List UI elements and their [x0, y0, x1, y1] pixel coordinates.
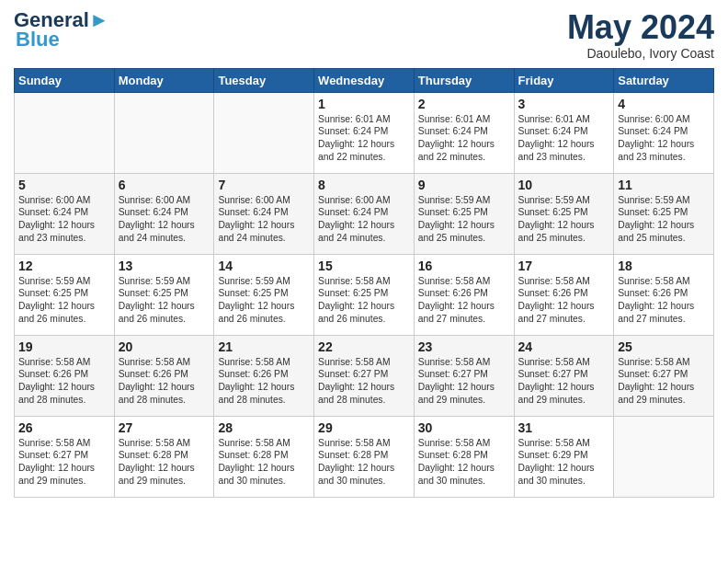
day-number: 24: [518, 339, 610, 354]
day-info: Sunrise: 6:00 AMSunset: 6:24 PMDaylight:…: [618, 113, 710, 165]
calendar-week-4: 19Sunrise: 5:58 AMSunset: 6:26 PMDayligh…: [15, 335, 714, 416]
calendar-cell: 22Sunrise: 5:58 AMSunset: 6:27 PMDayligh…: [314, 335, 415, 416]
logo-arrow-icon: ►: [89, 8, 109, 31]
calendar-cell: 24Sunrise: 5:58 AMSunset: 6:27 PMDayligh…: [514, 335, 614, 416]
day-number: 15: [318, 259, 410, 273]
header-row: Sunday Monday Tuesday Wednesday Thursday…: [15, 68, 714, 92]
page-container: General► Blue May 2024 Daoulebo, Ivory C…: [0, 0, 728, 507]
logo-blue: Blue: [16, 28, 60, 52]
calendar-body: 1Sunrise: 6:01 AMSunset: 6:24 PMDaylight…: [15, 92, 714, 497]
day-number: 20: [119, 339, 210, 354]
calendar-cell: 7Sunrise: 6:00 AMSunset: 6:24 PMDaylight…: [214, 173, 314, 254]
calendar-cell: 31Sunrise: 5:58 AMSunset: 6:29 PMDayligh…: [514, 416, 614, 497]
calendar-cell: 16Sunrise: 5:58 AMSunset: 6:26 PMDayligh…: [414, 254, 514, 335]
logo: General► Blue: [14, 9, 109, 52]
calendar-week-1: 1Sunrise: 6:01 AMSunset: 6:24 PMDaylight…: [15, 92, 714, 173]
day-number: 31: [518, 420, 610, 435]
col-wednesday: Wednesday: [314, 68, 415, 92]
day-info: Sunrise: 5:59 AMSunset: 6:25 PMDaylight:…: [119, 275, 210, 327]
day-info: Sunrise: 5:58 AMSunset: 6:27 PMDaylight:…: [518, 356, 610, 408]
calendar-table: Sunday Monday Tuesday Wednesday Thursday…: [14, 68, 714, 498]
day-info: Sunrise: 6:00 AMSunset: 6:24 PMDaylight:…: [119, 194, 210, 246]
calendar-week-3: 12Sunrise: 5:59 AMSunset: 6:25 PMDayligh…: [15, 254, 714, 335]
day-info: Sunrise: 5:59 AMSunset: 6:25 PMDaylight:…: [418, 194, 510, 246]
day-number: 30: [418, 420, 510, 435]
title-area: May 2024 Daoulebo, Ivory Coast: [567, 9, 714, 61]
calendar-cell: 19Sunrise: 5:58 AMSunset: 6:26 PMDayligh…: [15, 335, 115, 416]
day-number: 17: [518, 259, 610, 273]
calendar-cell: 12Sunrise: 5:59 AMSunset: 6:25 PMDayligh…: [15, 254, 115, 335]
day-info: Sunrise: 6:01 AMSunset: 6:24 PMDaylight:…: [418, 113, 510, 165]
day-number: 5: [18, 178, 110, 192]
day-info: Sunrise: 6:00 AMSunset: 6:24 PMDaylight:…: [218, 194, 310, 246]
day-number: 14: [218, 259, 310, 273]
day-number: 26: [18, 420, 110, 435]
day-info: Sunrise: 5:59 AMSunset: 6:25 PMDaylight:…: [18, 275, 110, 327]
day-info: Sunrise: 5:58 AMSunset: 6:28 PMDaylight:…: [119, 437, 210, 488]
col-saturday: Saturday: [614, 68, 714, 92]
calendar-cell: 11Sunrise: 5:59 AMSunset: 6:25 PMDayligh…: [614, 173, 714, 254]
day-number: 2: [418, 97, 510, 111]
day-info: Sunrise: 5:59 AMSunset: 6:25 PMDaylight:…: [618, 194, 710, 246]
day-info: Sunrise: 5:58 AMSunset: 6:27 PMDaylight:…: [18, 437, 110, 488]
day-number: 21: [218, 339, 310, 354]
col-tuesday: Tuesday: [214, 68, 314, 92]
calendar-header: Sunday Monday Tuesday Wednesday Thursday…: [15, 68, 714, 92]
calendar-cell: [15, 92, 115, 173]
day-number: 25: [618, 339, 710, 354]
calendar-cell: 14Sunrise: 5:59 AMSunset: 6:25 PMDayligh…: [214, 254, 314, 335]
calendar-cell: 8Sunrise: 6:00 AMSunset: 6:24 PMDaylight…: [314, 173, 415, 254]
day-number: 1: [318, 97, 410, 111]
day-info: Sunrise: 5:58 AMSunset: 6:28 PMDaylight:…: [218, 437, 310, 488]
page-header: General► Blue May 2024 Daoulebo, Ivory C…: [14, 9, 714, 61]
calendar-cell: 20Sunrise: 5:58 AMSunset: 6:26 PMDayligh…: [114, 335, 214, 416]
day-number: 18: [618, 259, 710, 273]
calendar-cell: 2Sunrise: 6:01 AMSunset: 6:24 PMDaylight…: [414, 92, 514, 173]
calendar-cell: 13Sunrise: 5:59 AMSunset: 6:25 PMDayligh…: [114, 254, 214, 335]
day-info: Sunrise: 5:58 AMSunset: 6:28 PMDaylight:…: [318, 437, 410, 488]
calendar-cell: 18Sunrise: 5:58 AMSunset: 6:26 PMDayligh…: [614, 254, 714, 335]
calendar-cell: 4Sunrise: 6:00 AMSunset: 6:24 PMDaylight…: [614, 92, 714, 173]
calendar-cell: 26Sunrise: 5:58 AMSunset: 6:27 PMDayligh…: [15, 416, 115, 497]
calendar-cell: 17Sunrise: 5:58 AMSunset: 6:26 PMDayligh…: [514, 254, 614, 335]
day-number: 19: [18, 339, 110, 354]
day-info: Sunrise: 6:00 AMSunset: 6:24 PMDaylight:…: [318, 194, 410, 246]
day-number: 6: [119, 178, 210, 192]
day-info: Sunrise: 6:01 AMSunset: 6:24 PMDaylight:…: [518, 113, 610, 165]
day-number: 29: [318, 420, 410, 435]
day-info: Sunrise: 6:01 AMSunset: 6:24 PMDaylight:…: [318, 113, 410, 165]
day-info: Sunrise: 5:58 AMSunset: 6:27 PMDaylight:…: [418, 356, 510, 408]
location: Daoulebo, Ivory Coast: [567, 46, 714, 61]
month-title: May 2024: [567, 9, 714, 46]
day-number: 11: [618, 178, 710, 192]
day-number: 27: [119, 420, 210, 435]
calendar-cell: 25Sunrise: 5:58 AMSunset: 6:27 PMDayligh…: [614, 335, 714, 416]
calendar-cell: 1Sunrise: 6:01 AMSunset: 6:24 PMDaylight…: [314, 92, 415, 173]
calendar-cell: 30Sunrise: 5:58 AMSunset: 6:28 PMDayligh…: [414, 416, 514, 497]
day-info: Sunrise: 5:58 AMSunset: 6:26 PMDaylight:…: [119, 356, 210, 408]
calendar-cell: 6Sunrise: 6:00 AMSunset: 6:24 PMDaylight…: [114, 173, 214, 254]
day-info: Sunrise: 5:59 AMSunset: 6:25 PMDaylight:…: [218, 275, 310, 327]
day-info: Sunrise: 5:58 AMSunset: 6:27 PMDaylight:…: [618, 356, 710, 408]
day-number: 16: [418, 259, 510, 273]
calendar-cell: 15Sunrise: 5:58 AMSunset: 6:25 PMDayligh…: [314, 254, 415, 335]
calendar-cell: 27Sunrise: 5:58 AMSunset: 6:28 PMDayligh…: [114, 416, 214, 497]
calendar-week-5: 26Sunrise: 5:58 AMSunset: 6:27 PMDayligh…: [15, 416, 714, 497]
day-number: 28: [218, 420, 310, 435]
calendar-cell: 21Sunrise: 5:58 AMSunset: 6:26 PMDayligh…: [214, 335, 314, 416]
calendar-cell: 9Sunrise: 5:59 AMSunset: 6:25 PMDaylight…: [414, 173, 514, 254]
calendar-week-2: 5Sunrise: 6:00 AMSunset: 6:24 PMDaylight…: [15, 173, 714, 254]
day-info: Sunrise: 5:58 AMSunset: 6:26 PMDaylight:…: [218, 356, 310, 408]
day-number: 9: [418, 178, 510, 192]
day-info: Sunrise: 5:59 AMSunset: 6:25 PMDaylight:…: [518, 194, 610, 246]
day-info: Sunrise: 5:58 AMSunset: 6:28 PMDaylight:…: [418, 437, 510, 488]
day-info: Sunrise: 5:58 AMSunset: 6:26 PMDaylight:…: [18, 356, 110, 408]
calendar-cell: [614, 416, 714, 497]
calendar-cell: 28Sunrise: 5:58 AMSunset: 6:28 PMDayligh…: [214, 416, 314, 497]
day-number: 7: [218, 178, 310, 192]
col-sunday: Sunday: [15, 68, 115, 92]
day-info: Sunrise: 5:58 AMSunset: 6:26 PMDaylight:…: [518, 275, 610, 327]
day-number: 23: [418, 339, 510, 354]
day-number: 22: [318, 339, 410, 354]
calendar-cell: [214, 92, 314, 173]
